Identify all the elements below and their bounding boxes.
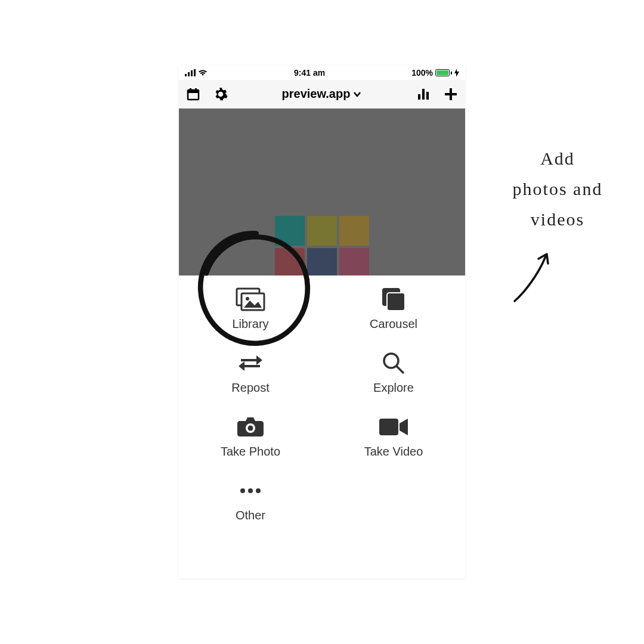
svg-point-16 — [246, 297, 249, 301]
svg-point-8 — [219, 92, 222, 95]
analytics-button[interactable] — [415, 86, 432, 103]
gear-icon — [213, 86, 228, 102]
take-photo-option[interactable]: Take Photo — [179, 415, 322, 459]
svg-rect-9 — [418, 94, 420, 100]
svg-rect-7 — [195, 88, 197, 91]
svg-rect-18 — [387, 293, 405, 311]
svg-point-22 — [248, 426, 253, 431]
repost-label: Repost — [231, 381, 269, 395]
svg-rect-2 — [191, 70, 193, 76]
nav-title-text: preview.app — [282, 87, 351, 101]
annotation-text: Add photos and videos — [489, 143, 626, 234]
library-icon — [236, 287, 265, 311]
nav-bar: preview.app — [179, 80, 465, 109]
nav-title-dropdown[interactable]: preview.app — [282, 87, 363, 101]
calendar-button[interactable] — [185, 86, 202, 103]
svg-rect-13 — [445, 93, 457, 95]
calendar-icon — [186, 87, 200, 101]
explore-option[interactable]: Explore — [322, 351, 465, 395]
grid-preview — [275, 216, 369, 275]
svg-rect-6 — [190, 88, 191, 91]
status-time: 9:41 am — [294, 68, 325, 78]
status-bar: 9:41 am 100% — [179, 66, 465, 80]
take-video-option[interactable]: Take Video — [322, 415, 465, 459]
status-left — [185, 69, 208, 76]
other-label: Other — [236, 509, 265, 522]
svg-point-24 — [240, 488, 245, 493]
take-video-label: Take Video — [364, 445, 423, 459]
battery-icon — [435, 69, 452, 76]
explore-label: Explore — [373, 381, 414, 395]
annotation-line-2: photos and — [489, 174, 626, 204]
other-option[interactable]: Other — [179, 479, 322, 522]
video-icon — [379, 417, 408, 436]
take-photo-label: Take Photo — [221, 445, 280, 459]
add-button[interactable] — [442, 86, 459, 103]
library-label: Library — [232, 317, 268, 331]
svg-rect-0 — [185, 74, 187, 76]
chevron-down-icon — [352, 89, 362, 99]
svg-rect-23 — [379, 419, 398, 435]
svg-rect-11 — [426, 92, 429, 100]
annotation-line-3: videos — [489, 204, 626, 234]
svg-point-26 — [256, 488, 261, 493]
annotation-line-1: Add — [489, 143, 626, 174]
plus-icon — [444, 87, 458, 101]
signal-icon — [185, 69, 196, 76]
svg-line-20 — [397, 366, 403, 373]
library-option[interactable]: Library — [179, 287, 322, 331]
preview-area-dimmed — [179, 109, 465, 275]
svg-point-25 — [248, 488, 253, 493]
more-icon — [240, 488, 261, 494]
wifi-icon — [198, 69, 208, 76]
add-media-sheet: Library Carousel Repost — [179, 275, 465, 534]
status-right: 100% — [411, 68, 459, 78]
svg-rect-1 — [188, 72, 190, 76]
battery-text: 100% — [411, 68, 433, 78]
repost-option[interactable]: Repost — [179, 351, 322, 395]
camera-icon — [237, 416, 264, 438]
settings-button[interactable] — [212, 86, 229, 103]
bar-chart-icon — [416, 87, 431, 101]
phone-frame: 9:41 am 100% preview.app — [179, 66, 465, 578]
carousel-option[interactable]: Carousel — [322, 287, 465, 331]
charging-icon — [454, 69, 459, 77]
search-icon — [382, 352, 405, 374]
svg-rect-5 — [188, 90, 199, 93]
carousel-icon — [381, 287, 406, 312]
svg-rect-10 — [422, 89, 425, 100]
repost-icon — [239, 353, 262, 373]
carousel-label: Carousel — [370, 317, 417, 331]
annotation-arrow — [510, 250, 558, 304]
svg-rect-3 — [194, 69, 196, 76]
